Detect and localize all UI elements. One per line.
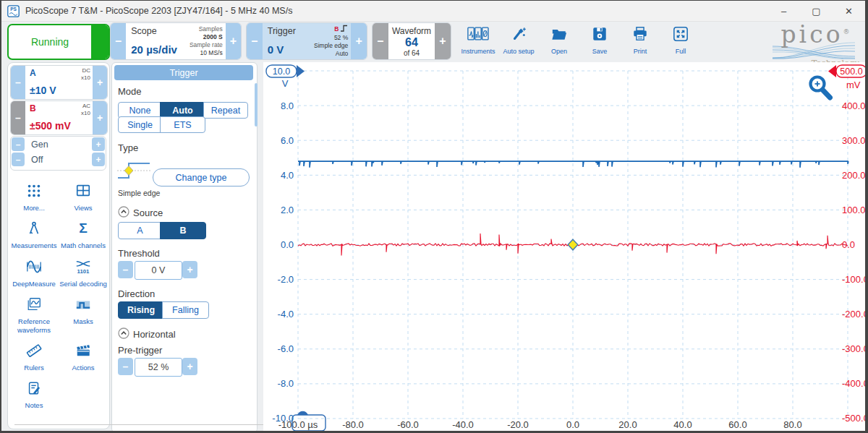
scope-display[interactable]: -100.0 µs-80.0-60.0-40.0-20.00.020.040.0… <box>263 62 865 431</box>
trigger-level-decrease-button[interactable]: – <box>247 23 263 59</box>
channel-b-range-increase-button[interactable]: + <box>93 101 107 134</box>
generator-increase-button[interactable]: + <box>92 137 105 151</box>
mode-repeat-button[interactable]: Repeat <box>203 102 248 119</box>
scope-group-title: Scope <box>131 26 156 36</box>
sidebar-tool-notes[interactable]: Notes <box>9 376 59 409</box>
generator-off-increase-button[interactable]: + <box>92 153 105 166</box>
samples-info[interactable]: Samples 2000 S Sample rate 10 MS/s <box>185 23 226 59</box>
timebase-decrease-button[interactable]: – <box>111 23 126 59</box>
generator-decrease-button[interactable]: – <box>12 137 25 151</box>
left-axis-labels[interactable]: 8.06.04.02.00.0-2.0-4.0-6.0-8.0-10.0V <box>272 78 294 424</box>
channel-sidebar: – A DCx10 ±10 V + – B ACx10 ±500 mV + – … <box>7 62 110 429</box>
svg-text:-400.0: -400.0 <box>842 378 865 389</box>
channel-b-panel[interactable]: – B ACx10 ±500 mV + <box>10 100 108 135</box>
source-section-header[interactable]: Source <box>118 206 163 220</box>
toolbar-full-button[interactable]: Full <box>661 22 700 60</box>
svg-text:mV: mV <box>846 80 861 90</box>
rate-value: 10 MS/s <box>200 49 223 57</box>
run-stop-button[interactable]: Running <box>7 24 110 60</box>
mode-single-button[interactable]: Single <box>118 116 162 133</box>
trigger-marker[interactable] <box>568 239 578 250</box>
threshold-decrease-button[interactable]: – <box>118 261 133 278</box>
threshold-increase-button[interactable]: + <box>182 261 197 278</box>
left-axis-top-tag[interactable]: 10.0 <box>266 65 305 77</box>
deepmeasure-icon <box>26 259 42 278</box>
pretrigger-value[interactable]: 52 % <box>135 358 182 377</box>
channel-b-range: ±500 mV <box>30 120 71 132</box>
trigger-summary[interactable]: B 52 % Simple edge Auto <box>308 23 351 59</box>
sidebar-tool-more[interactable]: More... <box>9 179 59 212</box>
channel-a-panel[interactable]: – A DCx10 ±10 V + <box>10 65 108 100</box>
sidebar-tool-refwave[interactable]: Reference waveforms <box>9 292 59 334</box>
channel-b-range-decrease-button[interactable]: – <box>11 101 25 134</box>
timebase-value-button[interactable]: Scope 20 µs/div <box>126 23 184 59</box>
svg-text:400.0: 400.0 <box>842 100 865 111</box>
actions-icon <box>75 343 91 361</box>
right-axis-labels[interactable]: 400.0300.0200.0100.00.0-100.0-200.0-300.… <box>842 80 865 424</box>
trigger-group-title: Trigger <box>268 26 296 36</box>
generator-off-decrease-button[interactable]: – <box>12 153 25 166</box>
sidebar-tool-label: Math channels <box>59 241 107 249</box>
sidebar-tool-masks[interactable]: Masks <box>59 292 108 334</box>
horizontal-section-header[interactable]: Horizontal <box>118 327 176 341</box>
maximize-button[interactable]: ▢ <box>800 1 833 21</box>
direction-rising-button[interactable]: Rising <box>118 301 164 319</box>
pretrigger-increase-button[interactable]: + <box>182 358 197 375</box>
waveform-title: Waveform <box>392 26 431 36</box>
collapse-source-icon[interactable] <box>118 206 129 220</box>
sidebar-tool-measurements[interactable]: Measurements <box>9 216 59 249</box>
pretrigger-decrease-button[interactable]: – <box>118 358 133 375</box>
sidebar-tool-label: More... <box>10 204 58 212</box>
waveform-counter[interactable]: Waveform 64 of 64 <box>388 23 435 59</box>
rate-label: Sample rate <box>190 41 223 49</box>
zoom-magnifier-icon[interactable] <box>811 77 830 98</box>
toolbar-instruments-button[interactable]: Instruments <box>459 22 498 60</box>
horizontal-scrollbar[interactable] <box>14 424 304 425</box>
minimize-button[interactable]: – <box>767 1 800 21</box>
toolbar-autosetup-button[interactable]: Auto setup <box>499 22 538 60</box>
channel-a-name: A <box>30 68 36 78</box>
svg-text:300.0: 300.0 <box>842 135 865 146</box>
sidebar-tool-views[interactable]: Views <box>59 179 108 212</box>
sidebar-tools: More...ViewsMeasurementsΣMath channelsDe… <box>9 179 108 410</box>
window-title: PicoScope 7 T&M - PicoScope 2203 [ZJY47/… <box>25 6 292 16</box>
trigger-level-value: 0 V <box>268 43 284 56</box>
sidebar-tool-deepmeasure[interactable]: DeepMeasure <box>9 254 59 288</box>
sidebar-tool-math[interactable]: ΣMath channels <box>59 216 108 249</box>
direction-falling-button[interactable]: Falling <box>162 301 209 319</box>
toolbar-save-button[interactable]: Save <box>580 22 619 60</box>
x-axis-labels: -100.0 µs-80.0-60.0-40.0-20.00.020.040.0… <box>278 419 802 430</box>
change-type-button[interactable]: Change type <box>153 168 250 187</box>
trigger-panel-header[interactable]: Trigger <box>114 65 253 80</box>
right-axis-top-tag[interactable]: 500.0 <box>828 65 865 77</box>
close-button[interactable]: ✕ <box>833 1 865 21</box>
waveform-next-button[interactable]: + <box>435 23 451 59</box>
svg-text:-40.0: -40.0 <box>452 419 474 430</box>
samples-label: Samples <box>199 25 223 33</box>
svg-text:-20.0: -20.0 <box>507 419 529 430</box>
timebase-group: – Scope 20 µs/div Samples 2000 S Sample … <box>110 22 242 60</box>
sidebar-tool-serial[interactable]: 1101Serial decoding <box>59 254 108 288</box>
toolbar-open-button[interactable]: Open <box>540 22 579 60</box>
pico-logo: pico® Technology <box>771 22 859 68</box>
source-a-button[interactable]: A <box>118 222 162 239</box>
channel-a-range-increase-button[interactable]: + <box>93 66 107 99</box>
mode-ets-button[interactable]: ETS <box>160 116 205 133</box>
trigger-level-increase-button[interactable]: + <box>351 23 367 59</box>
sidebar-tool-actions[interactable]: Actions <box>59 338 108 372</box>
generator-panel[interactable]: – Gen + – Off + <box>10 136 106 171</box>
timebase-increase-button[interactable]: + <box>226 23 241 59</box>
threshold-value[interactable]: 0 V <box>135 261 182 280</box>
sidebar-tool-label: Views <box>59 204 107 212</box>
channel-b-coupling: ACx10 <box>81 103 90 116</box>
trigger-value-button[interactable]: Trigger 0 V <box>263 23 308 59</box>
waveform-previous-button[interactable]: – <box>373 23 388 59</box>
panel-scrollbar[interactable] <box>255 83 258 127</box>
source-b-button[interactable]: B <box>160 222 206 239</box>
scope-plot[interactable]: -100.0 µs-80.0-60.0-40.0-20.00.020.040.0… <box>263 62 865 431</box>
channel-a-range-decrease-button[interactable]: – <box>11 66 25 99</box>
sidebar-tool-rulers[interactable]: Rulers <box>9 338 59 372</box>
collapse-horizontal-icon[interactable] <box>118 327 129 341</box>
toolbar-print-button[interactable]: Print <box>621 22 660 60</box>
save-icon <box>591 26 608 45</box>
